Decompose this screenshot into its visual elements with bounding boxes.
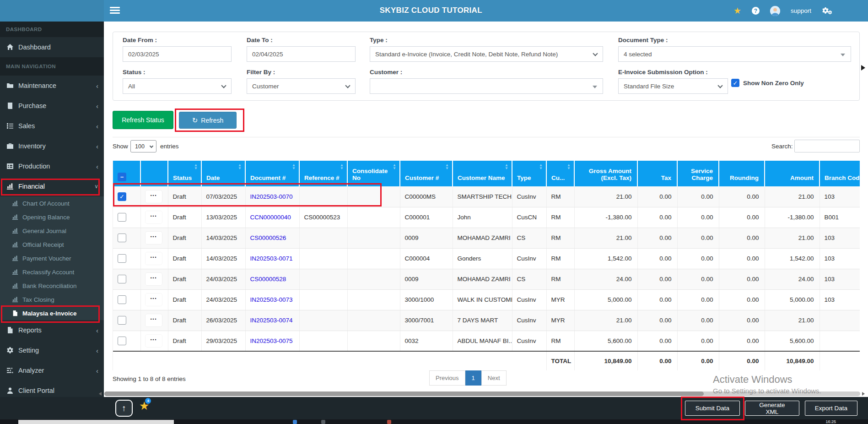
- sidebar-item-purchase[interactable]: Purchase‹: [0, 96, 104, 116]
- settings-gears-icon[interactable]: [822, 7, 832, 15]
- pagination-page-1[interactable]: 1: [465, 370, 481, 386]
- chevron-left-icon: ‹: [96, 103, 98, 109]
- customer-select[interactable]: [370, 78, 603, 94]
- document-link[interactable]: IN202503-0071: [250, 255, 293, 262]
- column-header-reference[interactable]: Reference #▲▼: [299, 161, 347, 186]
- row-actions-button[interactable]: ...: [146, 211, 162, 223]
- sidebar-item-setting[interactable]: Setting‹: [0, 340, 104, 360]
- generate-xml-button[interactable]: Generate XML: [745, 401, 799, 416]
- search-input[interactable]: [794, 140, 860, 152]
- row-checkbox[interactable]: [118, 213, 126, 222]
- sort-icon[interactable]: ▲▼: [539, 164, 543, 170]
- document-link[interactable]: IN202503-0074: [250, 317, 293, 324]
- row-actions-button[interactable]: ...: [146, 252, 162, 265]
- document-link[interactable]: CS00000528: [250, 276, 286, 283]
- document-link[interactable]: CCN00000040: [250, 214, 291, 221]
- sidebar-subitem-malaysia-e-invoice[interactable]: Malaysia e-Invoice: [0, 306, 104, 320]
- column-header-date[interactable]: Date▲▼: [201, 161, 245, 186]
- sidebar-item-inventory[interactable]: Inventory‹: [0, 136, 104, 156]
- submission-option-select[interactable]: Standard File Size: [618, 78, 728, 94]
- sidebar-subitem-opening-balance[interactable]: Opening Balance: [0, 210, 104, 224]
- type-select[interactable]: Standard e-Invoice (Invoice, Credit Note…: [370, 46, 603, 62]
- sidebar-item-sales[interactable]: Sales‹: [0, 116, 104, 136]
- column-header-customer-name[interactable]: Customer Name▲▼: [453, 161, 512, 186]
- filter-by-select[interactable]: Customer: [247, 78, 356, 94]
- scrollbar-left-arrow[interactable]: [99, 392, 102, 396]
- pagination-previous[interactable]: Previous: [429, 370, 465, 386]
- sidebar-subitem-payment-voucher[interactable]: Payment Voucher: [0, 251, 104, 265]
- sidebar-subitem-reclassify-account[interactable]: Reclassify Account: [0, 265, 104, 279]
- sidebar-item-client-portal[interactable]: Client Portal: [0, 381, 104, 397]
- row-actions-button[interactable]: ...: [146, 232, 162, 244]
- status-select[interactable]: All: [123, 78, 232, 94]
- scrollbar-thumb[interactable]: [104, 391, 704, 396]
- date-to-input[interactable]: [247, 46, 356, 62]
- sidebar-item-dashboard[interactable]: Dashboard: [0, 37, 104, 57]
- status-label: Status :: [123, 69, 232, 76]
- sort-icon[interactable]: ▲▼: [445, 164, 449, 170]
- column-header-customer[interactable]: Customer #▲▼: [400, 161, 453, 186]
- document-link[interactable]: CS00000526: [250, 234, 286, 241]
- row-actions-button[interactable]: ...: [146, 294, 162, 306]
- show-non-zero-checkbox[interactable]: ✓: [731, 79, 739, 87]
- sort-icon[interactable]: ▲▼: [238, 164, 242, 170]
- refresh-status-button[interactable]: Refresh Status: [113, 111, 173, 129]
- sort-icon[interactable]: ▲▼: [505, 164, 508, 170]
- sidebar-toggle-button[interactable]: [110, 7, 120, 15]
- reference-cell: [299, 186, 347, 207]
- row-checkbox[interactable]: [118, 234, 126, 242]
- sidebar-subitem-general-journal[interactable]: General Journal: [0, 224, 104, 238]
- scroll-to-top-button[interactable]: ↑: [115, 400, 133, 417]
- taskbar-icon[interactable]: [387, 420, 391, 424]
- sort-icon[interactable]: ▲▼: [194, 164, 198, 170]
- sidebar-subitem-chart-of-account[interactable]: Chart Of Account: [0, 196, 104, 210]
- row-actions-button[interactable]: ...: [146, 273, 162, 285]
- username-label[interactable]: support: [791, 7, 811, 14]
- row-checkbox[interactable]: [118, 295, 126, 304]
- sidebar-subitem-tax-closing[interactable]: Tax Closing: [0, 293, 104, 306]
- document-link[interactable]: IN202503-0075: [250, 337, 293, 344]
- bookmark-star-icon[interactable]: ★+: [139, 399, 149, 413]
- row-checkbox[interactable]: ✓: [118, 192, 126, 201]
- document-link[interactable]: IN202503-0073: [250, 296, 293, 303]
- column-header-document[interactable]: Document #▲▼: [245, 161, 299, 186]
- user-avatar[interactable]: [770, 6, 780, 16]
- row-checkbox[interactable]: [118, 275, 126, 283]
- row-checkbox[interactable]: [118, 254, 126, 263]
- taskbar-icon[interactable]: [293, 420, 297, 424]
- document-link[interactable]: IN202503-0070: [250, 193, 293, 200]
- row-actions-button[interactable]: ...: [146, 190, 162, 203]
- sidebar-item-maintenance[interactable]: Maintenance‹: [0, 76, 104, 96]
- column-header-type[interactable]: Type▲▼: [512, 161, 546, 186]
- sidebar-item-production[interactable]: Production‹: [0, 156, 104, 176]
- select-all-checkbox[interactable]: −: [118, 173, 126, 181]
- page-size-select[interactable]: 100: [130, 140, 156, 152]
- date-from-input[interactable]: [123, 46, 232, 62]
- taskbar-app-segment[interactable]: [18, 420, 174, 424]
- sort-icon[interactable]: ▲▼: [393, 164, 396, 170]
- taskbar-icon[interactable]: [321, 420, 325, 424]
- sort-icon[interactable]: ▲▼: [567, 164, 571, 170]
- sort-icon[interactable]: ▲▼: [292, 164, 296, 170]
- row-actions-button[interactable]: ...: [146, 314, 162, 326]
- favorites-star-icon[interactable]: ★: [733, 6, 741, 15]
- sidebar-subitem-bank-reconciliation[interactable]: Bank Reconciliation: [0, 279, 104, 293]
- sidebar-item-reports[interactable]: Reports‹: [0, 320, 104, 340]
- column-header-cu[interactable]: Cu...▲▼: [546, 161, 574, 186]
- row-checkbox[interactable]: [118, 337, 126, 345]
- row-checkbox[interactable]: [118, 316, 126, 325]
- refresh-button[interactable]: ↻Refresh: [179, 112, 237, 129]
- export-data-button[interactable]: Export Data: [805, 401, 857, 416]
- scrollbar-right-arrow[interactable]: [862, 392, 865, 396]
- column-header-status[interactable]: Status▲▼: [168, 161, 201, 186]
- pagination-next[interactable]: Next: [481, 370, 507, 386]
- help-icon[interactable]: ?: [752, 7, 760, 15]
- sidebar-item-financial[interactable]: Financial∨: [0, 176, 104, 196]
- document-type-select[interactable]: 4 selected: [618, 46, 851, 62]
- sidebar-item-analyzer[interactable]: Analyzer‹: [0, 360, 104, 381]
- column-header-consolidate-no[interactable]: Consolidate No▲▼: [347, 161, 400, 186]
- row-actions-button[interactable]: ...: [146, 335, 162, 347]
- sidebar-subitem-official-receipt[interactable]: Official Receipt: [0, 238, 104, 251]
- submit-data-button[interactable]: Submit Data: [685, 401, 740, 416]
- sort-icon[interactable]: ▲▼: [340, 164, 344, 170]
